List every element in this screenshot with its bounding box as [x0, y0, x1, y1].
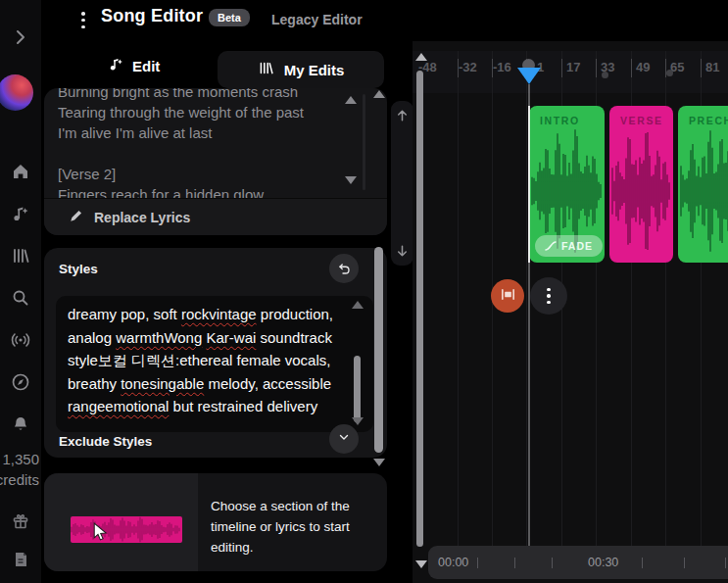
sidebar: 1,350 credits: [0, 0, 41, 583]
ruler-marker-dot: [602, 72, 608, 78]
pencil-icon: [69, 209, 83, 226]
styles-term: dreamy pop, soft: [68, 306, 181, 322]
timeline-section-intro[interactable]: INTROFADE: [529, 106, 605, 263]
legacy-editor-link[interactable]: Legacy Editor: [271, 12, 363, 27]
helper-message: Choose a section of the timeline or lyri…: [211, 496, 358, 558]
styles-term: but restrained delivery: [169, 398, 317, 414]
lyrics-viewport[interactable]: Burning bright as the moments crashTeari…: [58, 88, 342, 198]
section-range-icon: [500, 286, 516, 307]
app-logo[interactable]: [0, 74, 33, 111]
section-thumbnail[interactable]: [71, 516, 182, 543]
scrubber-time-label: 00:30: [588, 556, 618, 569]
scroll-down-arrow-icon[interactable]: [395, 243, 410, 263]
timeline-scrubber[interactable]: 00:0000:30: [428, 546, 728, 579]
thumbnail-waveform: [71, 516, 182, 543]
lyric-line: I'm alive I'm alive at last: [58, 122, 342, 143]
create-music-icon[interactable]: [11, 204, 30, 223]
section-waveform: [680, 125, 728, 257]
cursor-pointer-icon: [91, 522, 109, 546]
lyric-line: [58, 143, 342, 164]
helper-card: Choose a section of the timeline or lyri…: [44, 473, 387, 571]
styles-card: Styles dreamy pop, soft rockvintage prod…: [44, 248, 387, 458]
ruler-tick: [561, 59, 562, 77]
panel-scroll-up-icon[interactable]: [373, 90, 385, 98]
radio-broadcast-icon[interactable]: [11, 330, 30, 350]
playhead-line-over-section: [528, 106, 530, 263]
scrubber-time-label: 00:00: [438, 556, 468, 569]
tab-my-edits-label: My Edits: [284, 62, 345, 78]
fade-curve-icon: [545, 240, 557, 252]
timeline-scroll-up-icon[interactable]: [415, 53, 427, 61]
timeline-gridline: [526, 51, 527, 546]
lyrics-scrollbar[interactable]: [363, 94, 365, 190]
lyric-line: Burning bright as the moments crash: [58, 88, 342, 102]
styles-input[interactable]: dreamy pop, soft rockvintage production,…: [56, 296, 373, 432]
section-menu-button[interactable]: [530, 277, 567, 315]
scroll-up-arrow-icon[interactable]: [395, 108, 410, 127]
timeline-section-prechorus[interactable]: PRECHORUS: [678, 106, 728, 263]
lyrics-scroll-down-icon[interactable]: [345, 176, 357, 184]
timeline-scrollbar-thumb[interactable]: [416, 71, 423, 547]
notifications-bell-icon[interactable]: [11, 414, 30, 434]
explore-compass-icon[interactable]: [11, 372, 30, 392]
scrubber-tick: [725, 558, 726, 568]
scrubber-tick: [684, 558, 685, 568]
scrubber-tick: [642, 558, 643, 568]
timeline-section-verse[interactable]: VERSE: [609, 106, 673, 263]
tab-my-edits[interactable]: My Edits: [218, 51, 384, 88]
styles-term-misspelled: rockvintage: [181, 306, 257, 322]
styles-term-misspelled: warmthWong: [116, 329, 202, 346]
ruler-tick: [701, 59, 702, 77]
credits-label: credits: [0, 470, 39, 489]
timeline-gridline: [458, 51, 459, 546]
ruler-label: 49: [636, 60, 650, 74]
scrubber-tick: [514, 558, 515, 568]
panel-scroll-down-icon[interactable]: [373, 459, 385, 466]
timeline-panel[interactable]: -48-32-1611733496581 INTROFADEVERSEPRECH…: [413, 41, 728, 583]
chevron-down-icon: [337, 430, 351, 448]
helper-thumbnail-panel: [44, 473, 198, 571]
exclude-styles-expand-button[interactable]: [329, 424, 359, 454]
credits-amount: 1,350: [0, 450, 39, 468]
section-waveform: [611, 125, 671, 257]
styles-term-misspelled: Kar-wai: [206, 329, 256, 346]
home-icon[interactable]: [11, 162, 30, 181]
ruler-label: 17: [566, 60, 580, 74]
replace-lyrics-button[interactable]: Replace Lyrics: [44, 198, 387, 235]
ruler-marker-dot: [666, 70, 673, 76]
document-icon[interactable]: [11, 550, 30, 569]
kebab-menu-icon: [547, 284, 551, 307]
search-icon[interactable]: [11, 288, 30, 308]
fade-badge-label: FADE: [561, 240, 593, 252]
tab-edit-label: Edit: [132, 58, 160, 74]
header-menu-kebab[interactable]: [78, 9, 88, 32]
beta-badge: Beta: [209, 9, 250, 26]
edit-note-icon: [108, 56, 124, 75]
song-editor-app: 1,350 credits Song Editor Beta Legacy Ed…: [0, 0, 728, 583]
styles-scroll-down-icon[interactable]: [352, 417, 364, 425]
styles-scrollbar-thumb[interactable]: [354, 356, 361, 422]
lyric-line: Fingers reach for a hidden glow: [58, 184, 342, 198]
ruler-tick: [631, 59, 632, 77]
replace-lyrics-label: Replace Lyrics: [94, 210, 190, 225]
panel-scrollbar-thumb[interactable]: [374, 247, 383, 453]
my-edits-icon: [258, 60, 274, 79]
styles-label: Styles: [59, 262, 98, 276]
section-tool-button[interactable]: [491, 279, 524, 313]
lyric-line: Tearing through the weight of the past: [58, 102, 342, 122]
timeline-scroll-down-icon[interactable]: [415, 560, 427, 568]
scrubber-tick: [477, 558, 478, 568]
ruler-label: 81: [705, 60, 719, 74]
section-nav-strip: [391, 101, 413, 266]
fade-badge[interactable]: FADE: [535, 235, 603, 257]
gift-icon[interactable]: [11, 511, 30, 531]
tab-edit[interactable]: Edit: [108, 56, 160, 75]
library-icon[interactable]: [11, 246, 30, 266]
playhead-marker[interactable]: [517, 68, 541, 84]
lyrics-card: Burning bright as the moments crashTeari…: [44, 88, 387, 235]
lyrics-scroll-up-icon[interactable]: [345, 96, 357, 104]
styles-scroll-up-icon[interactable]: [352, 301, 364, 309]
lyrics-text: Burning bright as the moments crashTeari…: [58, 88, 342, 198]
expand-sidebar-icon[interactable]: [11, 27, 30, 47]
undo-styles-button[interactable]: [329, 254, 359, 283]
